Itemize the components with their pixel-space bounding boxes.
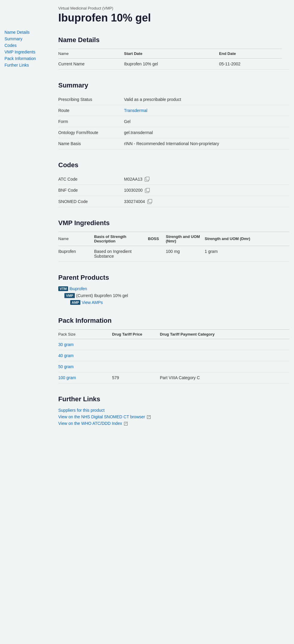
ingredient-dmr: 1 gram — [205, 246, 290, 262]
table-row: Route Transdermal — [58, 105, 290, 116]
further-links-section: Further Links Suppliers for this product… — [58, 395, 290, 426]
sidebar-link-name-details[interactable]: Name Details — [4, 30, 52, 35]
table-row: Ibuprofen Based on Ingredient Substance … — [58, 246, 290, 262]
sidebar: Name Details Summary Codes VMP Ingredien… — [4, 6, 52, 438]
pack-category-30 — [160, 339, 290, 350]
external-link-icon — [147, 415, 151, 419]
pack-category-100: Part VIIIA Category C — [160, 372, 290, 383]
pack-size-40: 40 gram — [58, 350, 112, 361]
pack-price-50 — [112, 361, 160, 372]
table-row: Name Basis rINN - Recommended Internatio… — [58, 138, 290, 149]
pack-size-100: 100 gram — [58, 372, 112, 383]
name-details-col-name: Name — [58, 49, 124, 59]
ingredients-table: Name Basis of Strength Description BOSS … — [58, 232, 290, 262]
ingredient-boss — [148, 246, 166, 262]
pack-50g-link[interactable]: 50 gram — [58, 364, 74, 369]
sidebar-link-further-links[interactable]: Further Links — [4, 63, 52, 67]
name-details-col-start: Start Date — [124, 49, 219, 59]
sidebar-link-vmp-ingredients[interactable]: VMP Ingredients — [4, 50, 52, 54]
page-header: Virtual Medicinal Product (VMP) Ibuprofe… — [58, 6, 290, 24]
ingredients-col-dmr: Strength and UOM (Dmr) — [205, 232, 290, 246]
suppliers-link[interactable]: Suppliers for this product — [58, 408, 290, 413]
pack-size-30: 30 gram — [58, 339, 112, 350]
sidebar-link-pack-information[interactable]: Pack Information — [4, 56, 52, 61]
ingredient-nmr: 100 mg — [166, 246, 205, 262]
ingredients-col-name: Name — [58, 232, 94, 246]
table-row: 30 gram — [58, 339, 290, 350]
snomed-code-label: SNOMED Code — [58, 196, 124, 207]
parent-products-section: Parent Products VTM Ibuprofen VMP (Curre… — [58, 274, 290, 305]
route-link[interactable]: Transdermal — [124, 108, 147, 113]
page-subtitle: Virtual Medicinal Product (VMP) — [58, 6, 290, 10]
table-row: Ontology Form/Route gel.transdermal — [58, 127, 290, 138]
current-name-start-date: 05-11-2002 — [219, 59, 282, 70]
table-row: SNOMED Code 330274004 — [58, 196, 290, 207]
ingredients-col-boss: BOSS — [148, 232, 166, 246]
vtm-link[interactable]: Ibuprofen — [69, 286, 87, 291]
pack-category-50 — [160, 361, 290, 372]
pack-col-price: Drug Tariff Price — [112, 329, 160, 339]
pack-price-30 — [112, 339, 160, 350]
ingredient-name: Ibuprofen — [58, 246, 94, 262]
codes-title: Codes — [58, 161, 290, 169]
pack-price-40 — [112, 350, 160, 361]
pack-col-size: Pack Size — [58, 329, 112, 339]
table-row: 100 gram 579 Part VIIIA Category C — [58, 372, 290, 383]
pack-price-100: 579 — [112, 372, 160, 383]
name-details-table: Name Start Date End Date Current Name Ib… — [58, 49, 290, 70]
vmp-ingredients-section: VMP Ingredients Name Basis of Strength D… — [58, 219, 290, 262]
atc-code-label: ATC Code — [58, 174, 124, 185]
name-basis-label: Name Basis — [58, 138, 124, 149]
table-row: 50 gram — [58, 361, 290, 372]
view-amps-link[interactable]: View AMPs — [82, 300, 103, 305]
codes-section: Codes ATC Code M02AA13 BNF Code 10030200 — [58, 161, 290, 207]
pack-size-50: 50 gram — [58, 361, 112, 372]
pack-30g-link[interactable]: 30 gram — [58, 342, 74, 347]
table-row: 40 gram — [58, 350, 290, 361]
pack-100g-link[interactable]: 100 gram — [58, 375, 76, 380]
amp-badge: AMP — [70, 300, 80, 305]
prescribing-status-label: Prescribing Status — [58, 94, 124, 105]
current-name-value: Ibuprofen 10% gel — [124, 59, 219, 70]
route-value: Transdermal — [124, 105, 290, 116]
table-row: ATC Code M02AA13 — [58, 174, 290, 185]
page-title: Ibuprofen 10% gel — [58, 12, 290, 24]
ingredient-basis: Based on Ingredient Substance — [94, 246, 148, 262]
summary-section: Summary Prescribing Status Valid as a pr… — [58, 82, 290, 149]
name-details-col-end: End Date — [219, 49, 282, 59]
who-atc-link[interactable]: View on the WHO ATC/DDD Index — [58, 421, 290, 426]
table-row: Current Name Ibuprofen 10% gel 05-11-200… — [58, 59, 290, 70]
sidebar-link-codes[interactable]: Codes — [4, 43, 52, 48]
main-content: Virtual Medicinal Product (VMP) Ibuprofe… — [58, 6, 290, 438]
parent-products-title: Parent Products — [58, 274, 290, 282]
pack-col-category: Drug Tariff Payment Category — [160, 329, 290, 339]
table-row: Form Gel — [58, 116, 290, 127]
name-basis-value: rINN - Recommended International Non-pro… — [124, 138, 290, 149]
nhs-snomed-link[interactable]: View on the NHS Digital SNOMED CT browse… — [58, 414, 290, 419]
bnf-copy-icon[interactable] — [145, 189, 149, 193]
vtm-row: VTM Ibuprofen — [58, 286, 290, 291]
pack-category-40 — [160, 350, 290, 361]
ingredients-col-basis: Basis of Strength Description — [94, 232, 148, 246]
name-details-section: Name Details Name Start Date End Date Cu… — [58, 36, 290, 70]
route-label: Route — [58, 105, 124, 116]
parent-products-list: VTM Ibuprofen VMP (Current) Ibuprofen 10… — [58, 286, 290, 305]
pack-information-section: Pack Information Pack Size Drug Tariff P… — [58, 317, 290, 383]
ingredients-col-nmr: Strength and UOM (Nmr) — [166, 232, 205, 246]
table-row: Prescribing Status Valid as a prescribab… — [58, 94, 290, 105]
amp-row: AMP View AMPs — [58, 300, 290, 305]
pack-40g-link[interactable]: 40 gram — [58, 353, 74, 358]
external-link-icon-2 — [124, 422, 128, 425]
further-links-title: Further Links — [58, 395, 290, 403]
pack-information-title: Pack Information — [58, 317, 290, 325]
snomed-copy-icon[interactable] — [147, 200, 151, 204]
atc-copy-icon[interactable] — [145, 177, 149, 182]
atc-code-value: M02AA13 — [124, 174, 290, 185]
snomed-code-value: 330274004 — [124, 196, 290, 207]
current-name-label: Current Name — [58, 59, 124, 70]
vmp-text: (Current) Ibuprofen 10% gel — [76, 293, 128, 298]
name-details-title: Name Details — [58, 36, 290, 44]
ontology-value: gel.transdermal — [124, 127, 290, 138]
sidebar-link-summary[interactable]: Summary — [4, 36, 52, 41]
bnf-code-label: BNF Code — [58, 185, 124, 196]
